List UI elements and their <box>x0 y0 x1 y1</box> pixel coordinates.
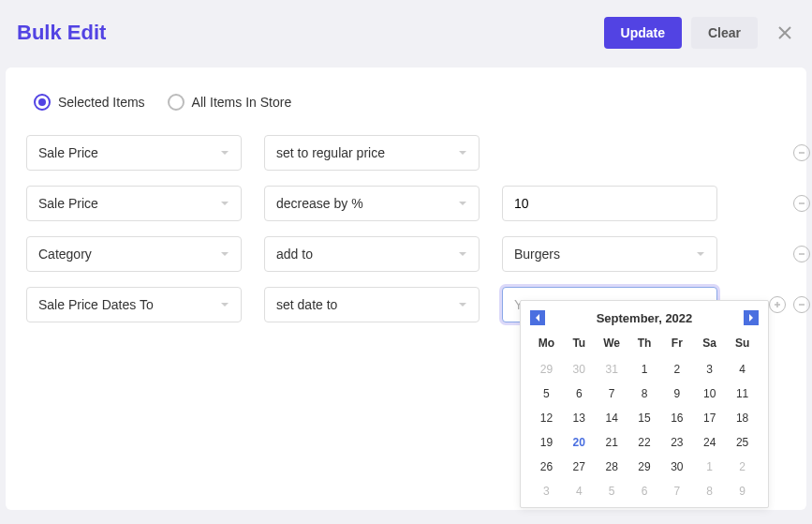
radio-label: Selected Items <box>58 95 145 110</box>
remove-row-icon[interactable] <box>793 195 810 212</box>
calendar-day[interactable]: 29 <box>628 458 661 475</box>
calendar-day[interactable]: 12 <box>530 410 563 427</box>
operation-select[interactable]: add to <box>264 236 480 272</box>
calendar-day[interactable]: 4 <box>563 483 596 500</box>
calendar-day[interactable]: 4 <box>726 361 759 378</box>
chevron-down-icon <box>458 297 467 312</box>
field-value: Sale Price <box>38 145 98 160</box>
prev-month-icon[interactable] <box>530 310 545 325</box>
calendar-day[interactable]: 1 <box>693 458 726 475</box>
edit-row: Sale Pricedecrease by % <box>26 186 786 221</box>
remove-row-icon[interactable] <box>793 296 810 313</box>
calendar-day[interactable]: 21 <box>596 434 628 451</box>
calendar-day[interactable]: 15 <box>628 410 661 427</box>
calendar-day[interactable]: 8 <box>628 385 661 402</box>
calendar-day[interactable]: 31 <box>596 361 628 378</box>
radio-all-items[interactable]: All Items In Store <box>168 94 292 111</box>
calendar-day[interactable]: 23 <box>660 434 693 451</box>
radio-label: All Items In Store <box>192 95 292 110</box>
edit-row: Categoryadd toBurgers <box>26 236 786 272</box>
value-label: Burgers <box>514 247 560 262</box>
calendar-day[interactable]: 27 <box>563 458 596 475</box>
panel: Selected Items All Items In Store Sale P… <box>6 67 806 510</box>
calendar-day[interactable]: 30 <box>563 361 596 378</box>
operation-value: decrease by % <box>276 196 363 211</box>
field-value: Category <box>38 247 92 262</box>
calendar-day[interactable]: 6 <box>563 385 596 402</box>
calendar-day[interactable]: 9 <box>660 385 693 402</box>
chevron-down-icon <box>458 145 467 160</box>
calendar-day[interactable]: 1 <box>628 361 661 378</box>
chevron-down-icon <box>220 145 229 160</box>
calendar-day[interactable]: 11 <box>726 385 759 402</box>
field-select[interactable]: Sale Price Dates To <box>26 287 242 322</box>
remove-row-icon[interactable] <box>793 246 810 262</box>
calendar-dow: Su <box>726 333 759 353</box>
operation-select[interactable]: decrease by % <box>264 186 480 221</box>
chevron-down-icon <box>458 247 467 262</box>
radio-icon <box>34 94 51 111</box>
calendar-dow: We <box>596 333 628 353</box>
date-picker[interactable]: September, 2022 MoTuWeThFrSaSu2930311234… <box>520 300 769 508</box>
calendar-day[interactable]: 2 <box>726 458 759 475</box>
calendar-day[interactable]: 3 <box>693 361 726 378</box>
calendar-day[interactable]: 24 <box>693 434 726 451</box>
calendar-day[interactable]: 26 <box>530 458 563 475</box>
calendar-day[interactable]: 3 <box>530 483 563 500</box>
calendar-dow: Mo <box>530 333 563 353</box>
calendar-day[interactable]: 7 <box>660 483 693 500</box>
calendar-day[interactable]: 18 <box>726 410 759 427</box>
calendar-day[interactable]: 29 <box>530 361 563 378</box>
clear-button[interactable]: Clear <box>691 17 758 49</box>
calendar-day[interactable]: 16 <box>660 410 693 427</box>
radio-selected-items[interactable]: Selected Items <box>34 94 145 111</box>
edit-row: Sale Priceset to regular price <box>26 135 786 171</box>
value-select[interactable]: Burgers <box>502 236 717 272</box>
chevron-down-icon <box>220 297 229 312</box>
update-button[interactable]: Update <box>604 17 682 49</box>
header: Bulk Edit Update Clear <box>0 0 812 67</box>
calendar-day[interactable]: 30 <box>660 458 693 475</box>
close-icon[interactable] <box>776 24 793 41</box>
field-select[interactable]: Sale Price <box>26 186 242 221</box>
calendar-day[interactable]: 13 <box>563 410 596 427</box>
page-title: Bulk Edit <box>17 21 604 45</box>
field-value: Sale Price <box>38 196 98 211</box>
edit-rows: Sale Priceset to regular priceSale Price… <box>26 135 786 322</box>
calendar-day[interactable]: 25 <box>726 434 759 451</box>
calendar-day[interactable]: 6 <box>628 483 661 500</box>
calendar-day[interactable]: 19 <box>530 434 563 451</box>
chevron-down-icon <box>220 196 229 211</box>
calendar-day[interactable]: 22 <box>628 434 661 451</box>
field-select[interactable]: Sale Price <box>26 135 242 171</box>
next-month-icon[interactable] <box>744 310 759 325</box>
chevron-down-icon <box>458 196 467 211</box>
calendar-day[interactable]: 5 <box>596 483 628 500</box>
calendar-day[interactable]: 28 <box>596 458 628 475</box>
radio-icon <box>168 94 185 111</box>
operation-select[interactable]: set to regular price <box>264 135 480 171</box>
field-select[interactable]: Category <box>26 236 242 272</box>
calendar-day[interactable]: 9 <box>726 483 759 500</box>
chevron-down-icon <box>220 247 229 262</box>
calendar-day[interactable]: 5 <box>530 385 563 402</box>
value-input[interactable] <box>502 186 717 221</box>
calendar-day[interactable]: 20 <box>563 434 596 451</box>
calendar-title: September, 2022 <box>597 311 693 325</box>
calendar-day[interactable]: 10 <box>693 385 726 402</box>
operation-select[interactable]: set date to <box>264 287 480 322</box>
calendar-day[interactable]: 2 <box>660 361 693 378</box>
calendar-day[interactable]: 14 <box>596 410 628 427</box>
calendar-dow: Th <box>628 333 661 353</box>
calendar-day[interactable]: 7 <box>596 385 628 402</box>
add-row-icon[interactable] <box>769 296 786 313</box>
calendar-day[interactable]: 17 <box>693 410 726 427</box>
value-field[interactable] <box>503 187 716 220</box>
remove-row-icon[interactable] <box>793 144 810 161</box>
calendar-grid: MoTuWeThFrSaSu29303112345678910111213141… <box>530 333 759 500</box>
calendar-dow: Sa <box>693 333 726 353</box>
field-value: Sale Price Dates To <box>38 297 154 312</box>
operation-value: set date to <box>276 297 337 312</box>
calendar-day[interactable]: 8 <box>693 483 726 500</box>
operation-value: add to <box>276 247 313 262</box>
